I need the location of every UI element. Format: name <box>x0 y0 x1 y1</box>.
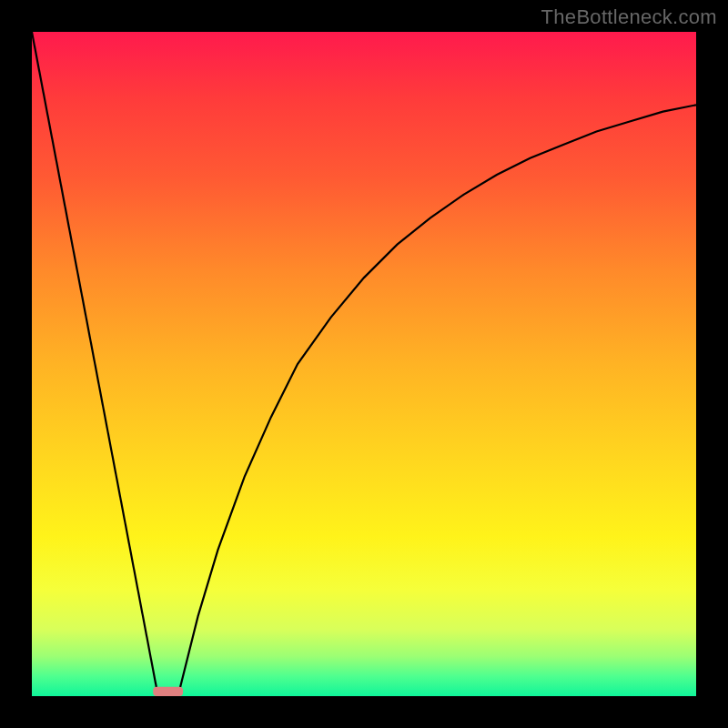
chart-frame: TheBottleneck.com <box>0 0 728 728</box>
right-rising-curve-line <box>178 105 696 696</box>
left-falling-edge-line <box>32 32 158 696</box>
watermark-text: TheBottleneck.com <box>541 5 717 29</box>
chart-svg <box>32 32 696 696</box>
plot-area <box>32 32 696 696</box>
bottleneck-marker <box>153 687 183 696</box>
